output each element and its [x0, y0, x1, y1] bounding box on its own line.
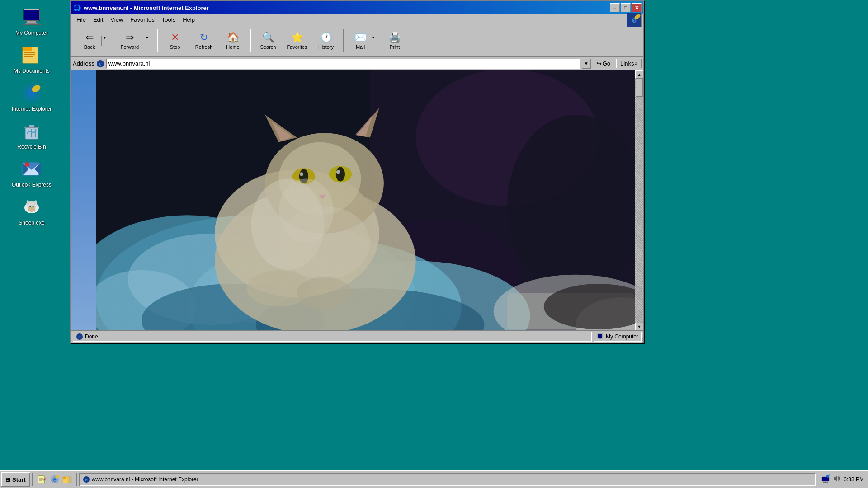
- svg-point-35: [33, 206, 34, 207]
- history-button[interactable]: 🕐 History: [312, 28, 340, 54]
- title-bar-controls: – □ ✕: [610, 3, 642, 12]
- status-text: Done: [85, 333, 98, 340]
- favorites-label: Favorites: [287, 44, 307, 50]
- search-button[interactable]: 🔍 Search: [255, 28, 282, 54]
- close-button[interactable]: ✕: [632, 3, 642, 12]
- desktop-icon-outlook-express[interactable]: Outlook Express: [9, 156, 54, 190]
- taskbar: ⊞ Start e: [0, 470, 868, 488]
- home-icon: 🏠: [227, 32, 239, 43]
- desktop-icon-recycle-bin[interactable]: Recycle Bin: [9, 118, 54, 152]
- svg-rect-82: [96, 70, 635, 331]
- browser-title: www.bnnvara.nl - Microsoft Internet Expl…: [84, 5, 209, 11]
- svg-marker-112: [834, 475, 837, 482]
- browser-sidebar-strip: [71, 70, 96, 331]
- svg-point-36: [31, 208, 33, 209]
- svg-rect-6: [23, 47, 32, 51]
- taskbar-icon-folder[interactable]: [62, 474, 73, 485]
- back-arrow[interactable]: ▼: [101, 36, 108, 46]
- history-icon: 🕐: [320, 32, 332, 43]
- svg-line-92: [642, 342, 643, 343]
- taskbar-icon-ie[interactable]: e: [49, 474, 60, 485]
- search-label: Search: [260, 44, 276, 50]
- svg-rect-3: [25, 23, 38, 24]
- toolbar-sep-3: [343, 29, 344, 52]
- svg-point-34: [30, 206, 31, 207]
- menu-tools[interactable]: Tools: [158, 15, 179, 24]
- desktop-icon-sheep-exe[interactable]: Sheep.exe: [9, 194, 54, 228]
- desktop: My Computer My Documents e Internet Expl…: [0, 0, 63, 352]
- stop-button[interactable]: ✕ Stop: [161, 28, 189, 54]
- browser-window: 🌐 www.bnnvara.nl - Microsoft Internet Ex…: [70, 0, 644, 343]
- desktop-icon-my-computer[interactable]: My Computer: [9, 5, 54, 38]
- browser-title-icon: 🌐: [73, 4, 81, 12]
- desktop-icon-my-documents[interactable]: My Documents: [9, 42, 54, 76]
- sheep-exe-label: Sheep.exe: [19, 220, 44, 226]
- minimize-button[interactable]: –: [610, 3, 620, 12]
- forward-arrow[interactable]: ▼: [144, 36, 150, 46]
- menu-favorites[interactable]: Favorites: [127, 15, 158, 24]
- home-button[interactable]: 🏠 Home: [219, 28, 246, 54]
- favorites-button[interactable]: ⭐ Favorites: [283, 28, 311, 54]
- my-computer-label: My Computer: [15, 30, 48, 36]
- scroll-thumb[interactable]: [636, 79, 643, 97]
- scrollbar-vertical: ▲ ▼: [635, 70, 643, 331]
- back-button[interactable]: ⇐ Back ▼: [75, 28, 111, 54]
- print-button[interactable]: 🖨️ Print: [381, 28, 408, 54]
- go-label: Go: [603, 60, 610, 67]
- my-documents-icon: [21, 44, 42, 66]
- links-button[interactable]: Links »: [616, 59, 642, 68]
- print-label: Print: [390, 44, 400, 50]
- title-bar-left: 🌐 www.bnnvara.nl - Microsoft Internet Ex…: [73, 4, 209, 12]
- status-right: My Computer: [594, 332, 642, 342]
- mail-arrow[interactable]: ▼: [370, 36, 376, 46]
- status-computer-icon: [597, 333, 604, 340]
- menu-help[interactable]: Help: [179, 15, 198, 24]
- scroll-up-button[interactable]: ▲: [635, 70, 643, 79]
- resize-handle[interactable]: [637, 336, 643, 343]
- taskbar-active-window[interactable]: e www.bnnvara.nl - Microsoft Internet Ex…: [79, 473, 816, 486]
- svg-text:e: e: [99, 61, 102, 66]
- svg-rect-8: [24, 54, 35, 55]
- tray-icon-volume[interactable]: [833, 474, 841, 484]
- svg-rect-108: [825, 481, 826, 482]
- mail-button[interactable]: ✉️ Mail ▼: [348, 28, 379, 54]
- browser-content: ▲ ▼: [71, 70, 643, 331]
- start-button[interactable]: ⊞ Start: [1, 472, 30, 487]
- toolbar-sep-1: [157, 29, 158, 52]
- start-label: Start: [12, 476, 26, 483]
- address-dropdown[interactable]: ▼: [582, 59, 591, 69]
- svg-text:e: e: [78, 334, 81, 339]
- title-bar: 🌐 www.bnnvara.nl - Microsoft Internet Ex…: [71, 1, 643, 14]
- go-button[interactable]: ↪ Go: [593, 59, 614, 68]
- outlook-express-icon: [21, 158, 42, 180]
- maximize-button[interactable]: □: [621, 3, 631, 12]
- internet-explorer-icon: e: [21, 82, 42, 104]
- print-icon: 🖨️: [389, 32, 401, 43]
- home-label: Home: [226, 44, 239, 50]
- tray-icon-network[interactable]: [821, 474, 830, 485]
- forward-button[interactable]: ⇒ Forward ▼: [113, 28, 153, 54]
- menu-view[interactable]: View: [107, 15, 127, 24]
- status-ie-icon: e: [76, 333, 83, 340]
- svg-rect-107: [822, 477, 829, 481]
- desktop-icon-internet-explorer[interactable]: e Internet Explorer: [9, 80, 54, 114]
- back-icon: ⇐: [85, 32, 94, 43]
- taskbar-icon-edit[interactable]: [37, 474, 47, 485]
- menu-edit[interactable]: Edit: [90, 15, 107, 24]
- taskbar-quick-launch: e: [35, 474, 75, 485]
- my-computer-status: My Computer: [606, 333, 638, 340]
- sheep-exe-icon: [21, 196, 42, 218]
- my-computer-icon: [21, 6, 42, 28]
- search-icon: 🔍: [262, 32, 274, 43]
- toolbar: ⇐ Back ▼ ⇒ Forward ▼ ✕ Stop ↻ Refresh 🏠: [71, 25, 643, 57]
- back-label: Back: [84, 44, 95, 50]
- svg-rect-102: [63, 477, 66, 479]
- address-bar: Address e ▼ ↪ Go Links »: [71, 57, 643, 70]
- address-ie-icon: e: [96, 60, 104, 68]
- svg-rect-14: [24, 127, 39, 128]
- menu-file[interactable]: File: [73, 15, 90, 24]
- system-tray: 6:33 PM: [818, 473, 867, 486]
- address-input[interactable]: [106, 59, 580, 69]
- svg-point-111: [828, 474, 830, 476]
- refresh-button[interactable]: ↻ Refresh: [190, 28, 217, 54]
